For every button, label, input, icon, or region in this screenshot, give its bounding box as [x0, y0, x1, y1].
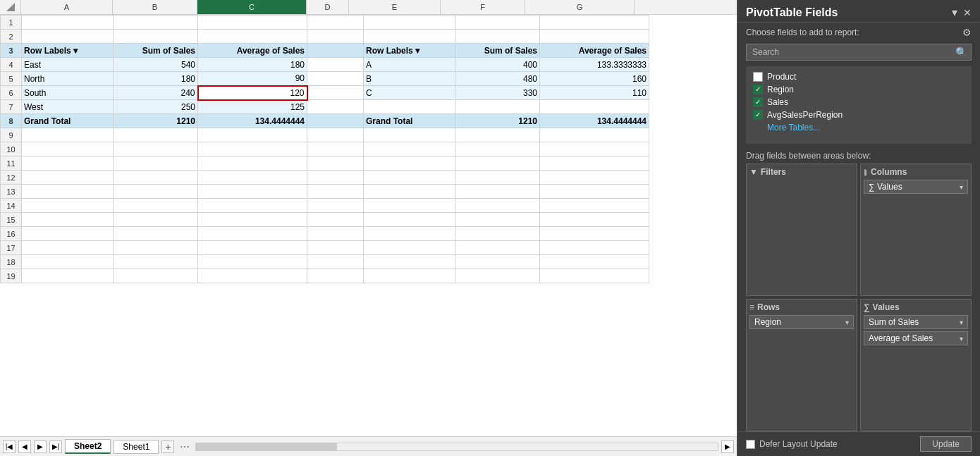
cell-a5[interactable]: North: [22, 72, 114, 86]
field-item-product[interactable]: Product: [750, 70, 967, 83]
add-sheet-button[interactable]: +: [161, 440, 174, 453]
cell-e3[interactable]: Row Labels ▾: [364, 44, 455, 58]
field-checkbox-product[interactable]: [753, 72, 763, 82]
values-sum-sales-item[interactable]: Sum of Sales ▾: [864, 315, 968, 329]
cell-c8[interactable]: 134.4444444: [198, 114, 307, 128]
corner-cell: [0, 0, 21, 14]
cell-a4[interactable]: East: [22, 58, 114, 72]
sheet-tab-sheet1[interactable]: Sheet1: [114, 440, 159, 454]
chevron-down-icon[interactable]: ▾: [952, 6, 957, 19]
cell-c6[interactable]: 120: [198, 86, 307, 100]
columns-values-arrow[interactable]: ▾: [960, 183, 963, 191]
cell-c4[interactable]: 180: [198, 58, 307, 72]
cell-g1[interactable]: [540, 16, 649, 30]
cell-b8[interactable]: 1210: [114, 114, 198, 128]
defer-cb[interactable]: [746, 440, 755, 449]
field-checkbox-region[interactable]: [753, 85, 763, 94]
col-header-g[interactable]: G: [525, 0, 635, 14]
field-item-region[interactable]: Region: [750, 83, 967, 96]
cell-f1[interactable]: [455, 16, 540, 30]
cell-f5[interactable]: 480: [455, 72, 540, 86]
cell-g3[interactable]: Average of Sales: [540, 44, 649, 58]
columns-values-item[interactable]: ∑ Values ▾: [864, 180, 968, 194]
horizontal-scrollbar[interactable]: [195, 443, 718, 451]
cell-e5[interactable]: B: [364, 72, 455, 86]
scroll-right-button[interactable]: ▶: [721, 440, 734, 453]
settings-icon[interactable]: ⚙: [962, 27, 972, 38]
grid-scroll[interactable]: 1 2: [0, 15, 737, 436]
sheet-nav-prev[interactable]: ◀: [18, 440, 31, 453]
cell-f3[interactable]: Sum of Sales: [455, 44, 540, 58]
cell-c1[interactable]: [198, 16, 307, 30]
cell-a2[interactable]: [22, 30, 114, 44]
sheet-nav-first[interactable]: |◀: [3, 440, 16, 453]
cell-c2[interactable]: [198, 30, 307, 44]
dots-button[interactable]: ⋯: [177, 441, 192, 452]
cell-a7[interactable]: West: [22, 100, 114, 114]
more-tables-link[interactable]: More Tables...: [750, 121, 967, 135]
cell-f2[interactable]: [455, 30, 540, 44]
col-header-b[interactable]: B: [113, 0, 197, 14]
cell-b2[interactable]: [114, 30, 198, 44]
sheet-nav-last[interactable]: ▶|: [49, 440, 62, 453]
col-header-e[interactable]: E: [349, 0, 441, 14]
values-avg-sales-item[interactable]: Average of Sales ▾: [864, 331, 968, 345]
cell-e8[interactable]: Grand Total: [364, 114, 455, 128]
cell-e6[interactable]: C: [364, 86, 455, 100]
cell-c3[interactable]: Average of Sales: [198, 44, 307, 58]
cell-f8[interactable]: 1210: [455, 114, 540, 128]
values-sum-sales-arrow[interactable]: ▾: [960, 319, 963, 326]
pivot-title: PivotTable Fields: [746, 6, 838, 19]
cell-d3[interactable]: [307, 44, 364, 58]
col-header-d[interactable]: D: [307, 0, 349, 14]
cell-d8[interactable]: [307, 114, 364, 128]
field-item-sales[interactable]: Sales: [750, 96, 967, 109]
cell-a3[interactable]: Row Labels ▾: [22, 44, 114, 58]
cell-b6[interactable]: 240: [114, 86, 198, 100]
cell-e1[interactable]: [364, 16, 455, 30]
cell-g5[interactable]: 160: [540, 72, 649, 86]
cell-b7[interactable]: 250: [114, 100, 198, 114]
cell-d1[interactable]: [307, 16, 364, 30]
cell-a8[interactable]: Grand Total: [22, 114, 114, 128]
cell-g6[interactable]: 110: [540, 86, 649, 100]
rows-region-arrow[interactable]: ▾: [845, 319, 849, 326]
cell-e4[interactable]: A: [364, 58, 455, 72]
field-checkbox-sales[interactable]: [753, 97, 763, 107]
col-header-f[interactable]: F: [441, 0, 525, 14]
search-input[interactable]: [746, 44, 972, 61]
cell-d5[interactable]: [307, 72, 364, 86]
cell-g4[interactable]: 133.3333333: [540, 58, 649, 72]
cell-g2[interactable]: [540, 30, 649, 44]
defer-layout-checkbox[interactable]: Defer Layout Update: [746, 439, 838, 449]
cell-b3[interactable]: Sum of Sales: [114, 44, 198, 58]
cell-a6[interactable]: South: [22, 86, 114, 100]
col-header-a[interactable]: A: [21, 0, 113, 14]
field-checkbox-avgsalesperregion[interactable]: [753, 110, 763, 120]
cell-d7[interactable]: [307, 100, 364, 114]
cell-f4[interactable]: 400: [455, 58, 540, 72]
cell-b1[interactable]: [114, 16, 198, 30]
cell-d4[interactable]: [307, 58, 364, 72]
cell-f6[interactable]: 330: [455, 86, 540, 100]
sheet-tab-sheet2[interactable]: Sheet2: [65, 439, 111, 454]
sheet-nav-next[interactable]: ▶: [34, 440, 47, 453]
cell-d2[interactable]: [307, 30, 364, 44]
cell-g8[interactable]: 134.4444444: [540, 114, 649, 128]
cell-a1[interactable]: [22, 16, 114, 30]
cell-f7[interactable]: [455, 100, 540, 114]
cell-e2[interactable]: [364, 30, 455, 44]
field-item-avgsalesperregion[interactable]: AvgSalesPerRegion: [750, 109, 967, 121]
cell-d6[interactable]: [307, 86, 364, 100]
update-button[interactable]: Update: [920, 436, 972, 452]
rows-region-item[interactable]: Region ▾: [749, 315, 854, 329]
cell-b5[interactable]: 180: [114, 72, 198, 86]
cell-b4[interactable]: 540: [114, 58, 198, 72]
cell-e7[interactable]: [364, 100, 455, 114]
col-header-c[interactable]: C: [197, 0, 307, 14]
values-avg-sales-arrow[interactable]: ▾: [960, 335, 963, 343]
cell-g7[interactable]: [540, 100, 649, 114]
close-icon[interactable]: ✕: [963, 7, 972, 18]
cell-c5[interactable]: 90: [198, 72, 307, 86]
cell-c7[interactable]: 125: [198, 100, 307, 114]
